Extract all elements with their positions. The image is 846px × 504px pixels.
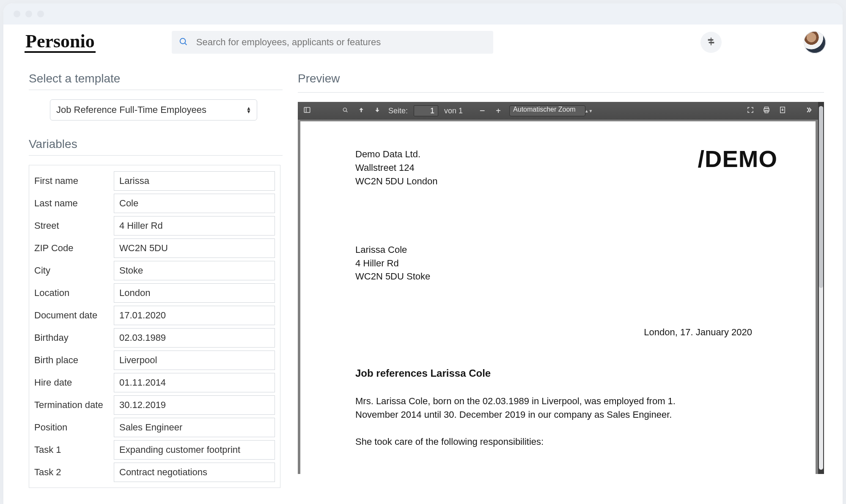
arrow-up-icon: [358, 107, 365, 115]
variable-row: Location: [34, 282, 275, 304]
search-input[interactable]: [195, 36, 486, 48]
variable-label: City: [34, 265, 114, 276]
zoom-out-button[interactable]: −: [477, 106, 487, 116]
variable-label: Last name: [34, 198, 114, 209]
variable-input[interactable]: [114, 283, 275, 303]
svg-marker-3: [708, 39, 714, 41]
variable-label: Task 1: [34, 444, 114, 455]
variable-input[interactable]: [114, 238, 275, 258]
svg-rect-2: [711, 38, 711, 45]
svg-line-1: [185, 43, 187, 45]
template-panel: Select a template ▲▼ Variables First nam…: [29, 60, 283, 497]
plus-icon: +: [496, 106, 501, 116]
variable-row: Birth place: [34, 349, 275, 371]
zoom-in-button[interactable]: +: [493, 106, 503, 116]
global-search[interactable]: [172, 31, 493, 54]
download-button[interactable]: [777, 106, 788, 116]
document-paragraph: She took care of the following responsib…: [355, 435, 702, 449]
recipient-address: Larissa Cole 4 Hiller Rd WC2N 5DU Stoke: [355, 243, 769, 284]
variable-input[interactable]: [114, 373, 275, 392]
app-header: Personio: [3, 25, 843, 60]
variable-input[interactable]: [114, 216, 275, 236]
user-avatar[interactable]: [804, 31, 826, 53]
variable-label: Hire date: [34, 377, 114, 388]
divider: [298, 92, 824, 93]
prev-page-button[interactable]: [356, 106, 366, 116]
divider: [29, 155, 283, 156]
variable-row: Task 1: [34, 438, 275, 461]
variables-table: First nameLast nameStreetZIP CodeCityLoc…: [29, 165, 280, 488]
variable-label: Location: [34, 288, 114, 299]
search-icon: [342, 107, 349, 115]
chevron-right-icon: [805, 106, 813, 116]
preview-panel: Preview: [298, 60, 824, 497]
print-button[interactable]: [761, 106, 772, 116]
recipient-line: WC2N 5DU Stoke: [355, 270, 769, 283]
sidebar-toggle-button[interactable]: [302, 106, 312, 116]
variable-row: ZIP Code: [34, 237, 275, 259]
variable-label: Document date: [34, 310, 114, 321]
svg-rect-5: [304, 107, 310, 112]
presentation-button[interactable]: [745, 106, 755, 116]
variable-row: Birthday: [34, 326, 275, 349]
sidebar-icon: [303, 106, 311, 116]
signpost-icon: [706, 37, 716, 48]
watermark: /DEMO: [698, 142, 777, 176]
chevron-updown-icon: ▲▼: [585, 109, 593, 113]
document-date-line: London, 17. January 2020: [355, 326, 769, 339]
variable-label: Position: [34, 422, 114, 433]
variable-label: Task 2: [34, 467, 114, 478]
variable-input[interactable]: [114, 194, 275, 213]
recipient-line: Larissa Cole: [355, 243, 769, 257]
select-template-title: Select a template: [29, 72, 283, 85]
pdf-page-area[interactable]: /DEMO Demo Data Ltd. Wallstreet 124 WC2N…: [298, 120, 818, 474]
zoom-select[interactable]: Automatischer Zoom: [509, 105, 585, 116]
divider: [29, 90, 283, 90]
variable-label: ZIP Code: [34, 243, 114, 254]
window-minimize-dot[interactable]: [25, 11, 32, 17]
variable-row: Position: [34, 416, 275, 438]
page-number-input[interactable]: [414, 105, 438, 116]
variable-input[interactable]: [114, 261, 275, 280]
svg-marker-4: [709, 42, 714, 44]
settings-shortcut-button[interactable]: [700, 32, 722, 53]
variable-input[interactable]: [114, 328, 275, 348]
page-label: Seite:: [388, 107, 408, 115]
svg-point-0: [180, 38, 185, 44]
variable-input[interactable]: [114, 395, 275, 415]
window-close-dot[interactable]: [14, 11, 20, 17]
app-logo[interactable]: Personio: [25, 32, 96, 53]
download-icon: [779, 106, 786, 116]
scrollbar-thumb[interactable]: [819, 106, 823, 288]
variable-input[interactable]: [114, 418, 275, 437]
pdf-toolbar: Seite: von 1 − + Automatischer Zoom ▲▼: [298, 102, 818, 120]
pdf-page: /DEMO Demo Data Ltd. Wallstreet 124 WC2N…: [300, 121, 816, 474]
pdf-scrollbar[interactable]: [819, 106, 823, 470]
variable-row: First name: [34, 170, 275, 192]
variable-input[interactable]: [114, 171, 275, 191]
variable-label: Birthday: [34, 332, 114, 343]
arrow-down-icon: [374, 107, 381, 115]
variable-input[interactable]: [114, 463, 275, 482]
variable-row: Task 2: [34, 461, 275, 483]
variable-row: City: [34, 259, 275, 282]
document-heading: Job references Larissa Cole: [355, 366, 769, 381]
variable-row: Hire date: [34, 371, 275, 394]
variable-row: Document date: [34, 304, 275, 326]
tools-button[interactable]: [804, 106, 814, 116]
search-icon: [179, 37, 188, 48]
next-page-button[interactable]: [372, 106, 382, 116]
window-zoom-dot[interactable]: [37, 11, 44, 17]
variable-input[interactable]: [114, 440, 275, 460]
variable-row: Street: [34, 214, 275, 237]
find-button[interactable]: [340, 106, 350, 116]
document-paragraph: Mrs. Larissa Cole, born on the 02.03.198…: [355, 394, 702, 422]
variable-row: Last name: [34, 192, 275, 214]
print-icon: [763, 106, 770, 116]
variable-input[interactable]: [114, 306, 275, 325]
variable-input[interactable]: [114, 351, 275, 370]
browser-frame: Personio Select a template: [3, 3, 843, 504]
template-select[interactable]: [50, 99, 257, 121]
preview-title: Preview: [298, 72, 824, 85]
window-titlebar: [3, 3, 843, 25]
